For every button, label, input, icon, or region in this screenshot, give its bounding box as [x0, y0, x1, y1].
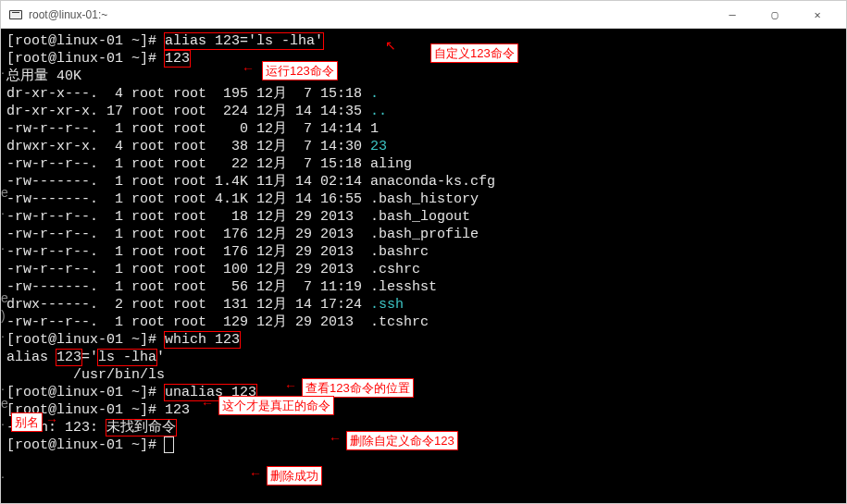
prompt: [root@linux-01 ~]#	[6, 332, 165, 348]
ls-row: drwxr-xr-x. 4 root root 38 12月 7 14:30 2…	[6, 138, 841, 155]
terminal-area[interactable]: . e . . e ) . . e . . [root@linux-01 ~]#…	[1, 29, 846, 503]
prompt-line-123b: [root@linux-01 ~]# 123	[6, 401, 841, 419]
ls-row: drwx------. 2 root root 131 12月 14 17:24…	[6, 296, 841, 313]
ls-row: -rw-------. 1 root root 56 12月 7 11:19 .…	[6, 278, 841, 296]
annotation-run: 运行123命令	[263, 62, 337, 80]
which-output-2: /usr/bin/ls	[6, 366, 841, 384]
prompt: [root@linux-01 ~]#	[6, 437, 165, 453]
minimize-button[interactable]: —	[711, 1, 754, 29]
annotation-delcmd: 删除自定义命令123	[347, 432, 457, 449]
prompt-line-2: [root@linux-01 ~]# 123	[6, 50, 841, 68]
titlebar: root@linux-01:~ — ▢ ✕	[1, 1, 846, 29]
svg-rect-2	[12, 12, 19, 13]
window-controls: — ▢ ✕	[711, 1, 839, 29]
maximize-button[interactable]: ▢	[754, 1, 796, 29]
ls-row: -rw-r--r--. 1 root root 18 12月 29 2013 .…	[6, 208, 841, 226]
prompt: [root@linux-01 ~]#	[6, 51, 165, 67]
arrow-icon: ←	[201, 397, 214, 410]
arrow-icon: ↖	[385, 39, 396, 52]
ls-row: -rw-r--r--. 1 root root 100 12月 29 2013 …	[6, 261, 841, 278]
cursor-block	[165, 437, 173, 452]
close-button[interactable]: ✕	[796, 1, 839, 29]
annotation-define: 自定义123命令	[431, 44, 517, 62]
arrow-icon: ←	[284, 379, 297, 392]
ls-row: -rw-------. 1 root root 4.1K 12月 14 16:5…	[6, 191, 841, 208]
annotation-delok: 删除成功	[268, 467, 321, 485]
cmd-123b: 123	[165, 402, 190, 418]
app-window: root@linux-01:~ — ▢ ✕ . e . . e ) . . e …	[0, 0, 847, 504]
ls-row: dr-xr-x---. 4 root root 195 12月 7 15:18 …	[6, 85, 841, 103]
ls-row: -rw-------. 1 root root 1.4K 11月 14 02:1…	[6, 173, 841, 191]
ls-total: 总用量 40K	[6, 68, 841, 85]
annotation-viewpos: 查看123命令的位置	[303, 379, 413, 397]
prompt-line-which: [root@linux-01 ~]# which 123	[6, 331, 841, 349]
arrow-icon: ←	[249, 467, 262, 480]
arrow-icon: →	[45, 413, 58, 426]
ls-row: -rw-r--r--. 1 root root 176 12月 29 2013 …	[6, 243, 841, 261]
window-title: root@linux-01:~	[29, 8, 107, 21]
which-output-1: alias 123='ls -lha'	[6, 349, 841, 366]
putty-icon	[8, 7, 23, 22]
ls-row: dr-xr-xr-x. 17 root root 224 12月 14 14:3…	[6, 103, 841, 120]
prompt: [root@linux-01 ~]#	[6, 385, 165, 400]
ls-row: -rw-r--r--. 1 root root 176 12月 29 2013 …	[6, 226, 841, 243]
alias-name: 123	[56, 350, 81, 365]
annotation-realcmd: 这个才是真正的命令	[219, 397, 333, 414]
ls-row: -rw-r--r--. 1 root root 22 12月 7 15:18 a…	[6, 155, 841, 173]
cmd-alias: alias 123='ls -lha'	[165, 33, 323, 49]
ls-row: -rw-r--r--. 1 root root 129 12月 29 2013 …	[6, 313, 841, 331]
cmd-123: 123	[165, 51, 190, 67]
err-notfound: 未找到命令	[106, 420, 176, 436]
prompt-line-unalias: [root@linux-01 ~]# unalias 123	[6, 384, 841, 401]
arrow-icon: ←	[242, 62, 255, 75]
alias-real-cmd: ls -lha	[98, 350, 156, 365]
ls-row: -rw-r--r--. 1 root root 0 12月 7 14:14 1	[6, 120, 841, 138]
prompt-line-1: [root@linux-01 ~]# alias 123='ls -lha'	[6, 32, 841, 50]
annotation-aliasname: 别名	[12, 413, 42, 431]
arrow-icon: ←	[329, 432, 342, 445]
cmd-which: which 123	[165, 332, 240, 348]
ls-listing: dr-xr-x---. 4 root root 195 12月 7 15:18 …	[6, 85, 841, 331]
prompt: [root@linux-01 ~]#	[6, 33, 165, 49]
